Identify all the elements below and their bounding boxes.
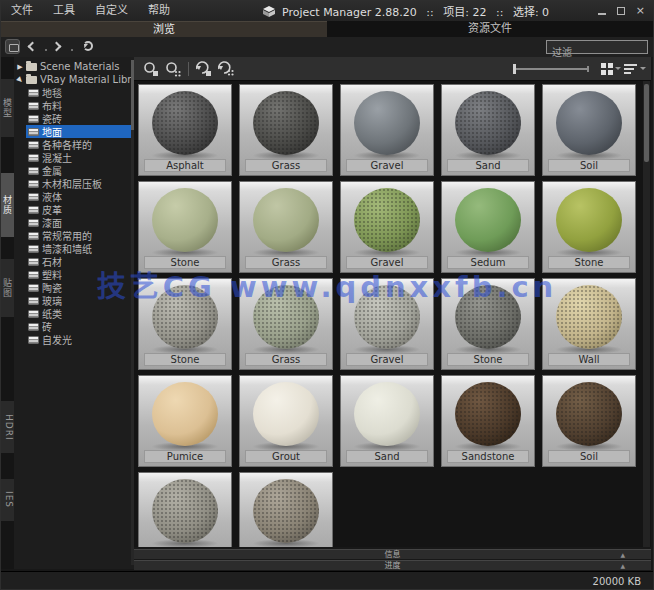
tab-textures[interactable]: 贴图 <box>1 259 14 317</box>
material-cell[interactable]: Stone <box>138 181 232 273</box>
assign-material-icon[interactable] <box>140 60 162 78</box>
tree-item[interactable]: 木材和层压板 <box>14 177 134 190</box>
tree-root-label: VRay Material Library <box>40 74 134 85</box>
tree-item[interactable]: 瓷砖 <box>14 112 134 125</box>
tree-item[interactable]: 石材 <box>14 255 134 268</box>
material-cell[interactable]: Sand <box>340 375 434 467</box>
tree-item[interactable]: 玻璃 <box>14 294 134 307</box>
material-sphere <box>455 382 521 446</box>
forward-history-dot[interactable] <box>71 49 73 51</box>
tree-item[interactable]: 纸类 <box>14 307 134 320</box>
tree-item[interactable]: 混凝土 <box>14 151 134 164</box>
sort-icon[interactable] <box>624 64 637 74</box>
expand-progress-icon[interactable]: ▲ <box>620 562 625 570</box>
material-cell[interactable]: Sedum <box>441 181 535 273</box>
tree-root-0[interactable]: ▶Scene Materials <box>14 60 134 73</box>
material-cell[interactable]: Soil <box>542 84 636 176</box>
back-history-dot[interactable] <box>45 49 47 51</box>
material-cell[interactable]: Gravel <box>340 278 434 370</box>
render-preview-icon[interactable] <box>193 60 215 78</box>
refresh-icon[interactable] <box>83 41 93 51</box>
assign-material-to-selection-icon[interactable] <box>162 60 184 78</box>
tree-item[interactable]: 自发光 <box>14 333 134 346</box>
tab-ies[interactable]: IES <box>1 479 14 521</box>
material-cell[interactable]: Gravel <box>340 84 434 176</box>
material-category-icon <box>28 128 39 136</box>
tree-item[interactable]: 地毯 <box>14 86 134 99</box>
back-icon[interactable] <box>28 42 38 52</box>
tree-item-row[interactable]: 自发光 <box>26 333 134 346</box>
tree-item[interactable]: 墙漆和墙纸 <box>14 242 134 255</box>
material-label: Gravel <box>346 159 428 172</box>
tree-root-1[interactable]: ▶VRay Material Library <box>14 73 134 86</box>
tree-item[interactable]: 各种各样的 <box>14 138 134 151</box>
material-cell[interactable]: Grass <box>239 181 333 273</box>
info-panel-bar[interactable]: 信息 ▲ <box>134 549 651 559</box>
tree-item[interactable]: 布料 <box>14 99 134 112</box>
browser-toolbar <box>134 57 651 81</box>
material-cell[interactable]: Sand <box>441 84 535 176</box>
material-label: Soil <box>548 450 630 463</box>
material-category-icon <box>28 271 39 279</box>
tree-item[interactable]: 皮革 <box>14 203 134 216</box>
material-label: Grass <box>245 353 327 366</box>
grid-scrollbar[interactable] <box>643 81 650 547</box>
folder-icon <box>26 63 37 71</box>
menu-customize[interactable]: 自定义 <box>85 1 138 21</box>
filter-field <box>546 40 648 54</box>
minimize-icon[interactable] <box>598 13 606 15</box>
tab-hdri[interactable]: HDRI <box>1 401 14 453</box>
thumbnail-size-slider[interactable] <box>513 68 589 70</box>
material-sphere <box>152 188 218 252</box>
material-sphere <box>556 91 622 155</box>
menu-help[interactable]: 帮助 <box>138 1 180 21</box>
tree-item[interactable]: 液体 <box>14 190 134 203</box>
material-cell[interactable]: Soil <box>138 472 232 547</box>
forward-icon[interactable] <box>52 42 62 52</box>
material-category-icon <box>28 310 39 318</box>
expand-info-icon[interactable]: ▲ <box>620 551 625 559</box>
material-cell[interactable]: Grass <box>239 278 333 370</box>
grid-view-caret-icon[interactable] <box>615 67 621 73</box>
close-icon[interactable]: × <box>636 6 645 16</box>
menu-file[interactable]: 文件 <box>1 1 43 21</box>
material-category-icon <box>28 297 39 305</box>
folder-view-icon[interactable] <box>5 39 20 54</box>
material-cell[interactable]: Pumice <box>138 375 232 467</box>
material-cell[interactable]: Sandstone <box>441 375 535 467</box>
material-label: Gravel <box>346 256 428 269</box>
tab-resource-files[interactable]: 资源文件 <box>327 21 653 37</box>
material-sphere <box>253 285 319 349</box>
material-cell[interactable]: Grass <box>239 84 333 176</box>
maximize-icon[interactable] <box>617 7 625 15</box>
material-cell[interactable]: Grout <box>239 375 333 467</box>
material-cell[interactable]: Stone <box>138 278 232 370</box>
status-bar: 20000 KB <box>1 571 653 590</box>
material-cell[interactable]: Stone <box>542 181 636 273</box>
render-all-previews-icon[interactable] <box>215 60 237 78</box>
tab-materials[interactable]: 材质 <box>1 173 14 237</box>
material-cell[interactable]: Wall <box>542 278 636 370</box>
material-label: Gravel <box>346 353 428 366</box>
tree-item[interactable]: 塑料 <box>14 268 134 281</box>
material-label: Stone <box>548 256 630 269</box>
progress-panel-bar[interactable]: 进度 ▲ <box>134 560 651 570</box>
tree-item[interactable]: 陶瓷 <box>14 281 134 294</box>
grid-view-icon[interactable] <box>601 63 613 75</box>
tree-item[interactable]: 砖 <box>14 320 134 333</box>
material-label: Grout <box>245 450 327 463</box>
expand-arrow-icon[interactable]: ▶ <box>14 63 26 71</box>
menu-tools[interactable]: 工具 <box>43 1 85 21</box>
material-category-icon <box>28 102 39 110</box>
tab-models[interactable]: 模型 <box>1 79 14 137</box>
material-cell[interactable]: Gravel <box>340 181 434 273</box>
tab-browse[interactable]: 浏览 <box>1 21 327 37</box>
category-tab-strip: 模型 材质 贴图 HDRI IES <box>1 57 14 569</box>
material-cell[interactable]: Soil <box>542 375 636 467</box>
material-sphere <box>152 382 218 446</box>
material-cell[interactable]: Stone <box>441 278 535 370</box>
material-cell[interactable]: Stone <box>239 472 333 547</box>
material-cell[interactable]: Asphalt <box>138 84 232 176</box>
project-count: 项目: 22 <box>443 6 486 19</box>
sort-caret-icon[interactable] <box>640 67 646 73</box>
